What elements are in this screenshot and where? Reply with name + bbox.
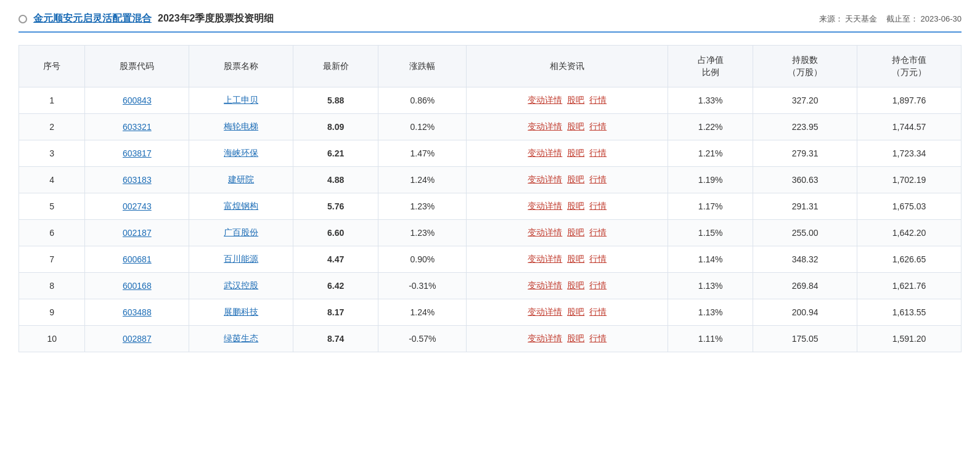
guba-link[interactable]: 股吧 xyxy=(567,174,584,185)
stock-name-link[interactable]: 富煌钢构 xyxy=(224,201,258,211)
cell-code[interactable]: 002187 xyxy=(85,220,189,246)
guba-link[interactable]: 股吧 xyxy=(567,148,584,159)
market-link[interactable]: 行情 xyxy=(589,333,606,344)
cell-related[interactable]: 变动详情股吧行情 xyxy=(467,273,668,299)
stock-code-link[interactable]: 002743 xyxy=(123,201,152,211)
change-detail-link[interactable]: 变动详情 xyxy=(528,280,562,291)
cell-related[interactable]: 变动详情股吧行情 xyxy=(467,167,668,193)
market-link[interactable]: 行情 xyxy=(589,280,606,291)
cell-index: 8 xyxy=(19,273,85,299)
cell-code[interactable]: 603488 xyxy=(85,299,189,326)
change-detail-link[interactable]: 变动详情 xyxy=(528,333,562,344)
change-detail-link[interactable]: 变动详情 xyxy=(528,95,562,106)
guba-link[interactable]: 股吧 xyxy=(567,280,584,291)
stock-code-link[interactable]: 600843 xyxy=(123,95,152,105)
cell-index: 7 xyxy=(19,246,85,273)
holdings-table: 序号 股票代码 股票名称 最新价 涨跌幅 相关资讯 占净值比例 持股数（万股） … xyxy=(18,45,962,352)
change-detail-link[interactable]: 变动详情 xyxy=(528,254,562,265)
stock-name-link[interactable]: 百川能源 xyxy=(224,254,258,264)
cell-name[interactable]: 建研院 xyxy=(189,167,293,193)
cell-code[interactable]: 002887 xyxy=(85,326,189,352)
cell-name[interactable]: 广百股份 xyxy=(189,220,293,246)
guba-link[interactable]: 股吧 xyxy=(567,95,584,106)
stock-code-link[interactable]: 002887 xyxy=(123,334,152,344)
market-link[interactable]: 行情 xyxy=(589,174,606,185)
stock-name-link[interactable]: 建研院 xyxy=(228,174,254,184)
cell-code[interactable]: 600681 xyxy=(85,246,189,273)
cell-name[interactable]: 上工申贝 xyxy=(189,87,293,114)
guba-link[interactable]: 股吧 xyxy=(567,201,584,212)
cell-code[interactable]: 600168 xyxy=(85,273,189,299)
cell-netpct: 1.17% xyxy=(668,193,753,220)
cell-name[interactable]: 武汉控股 xyxy=(189,273,293,299)
cell-price: 4.47 xyxy=(293,246,378,273)
cell-related[interactable]: 变动详情股吧行情 xyxy=(467,299,668,326)
change-detail-link[interactable]: 变动详情 xyxy=(528,201,562,212)
market-link[interactable]: 行情 xyxy=(589,148,606,159)
cell-value: 1,642.20 xyxy=(857,220,962,246)
cell-index: 2 xyxy=(19,114,85,140)
cell-name[interactable]: 百川能源 xyxy=(189,246,293,273)
stock-code-link[interactable]: 603321 xyxy=(123,122,152,132)
stock-code-link[interactable]: 603488 xyxy=(123,307,152,317)
cell-code[interactable]: 603817 xyxy=(85,140,189,167)
cell-related[interactable]: 变动详情股吧行情 xyxy=(467,140,668,167)
change-detail-link[interactable]: 变动详情 xyxy=(528,174,562,185)
market-link[interactable]: 行情 xyxy=(589,95,606,106)
table-row: 8600168武汉控股6.42-0.31%变动详情股吧行情1.13%269.84… xyxy=(19,273,962,299)
cell-price: 6.21 xyxy=(293,140,378,167)
fund-title-link[interactable]: 金元顺安元启灵活配置混合 xyxy=(33,12,152,25)
table-row: 4603183建研院4.881.24%变动详情股吧行情1.19%360.631,… xyxy=(19,167,962,193)
stock-code-link[interactable]: 002187 xyxy=(123,228,152,238)
guba-link[interactable]: 股吧 xyxy=(567,254,584,265)
cell-code[interactable]: 603183 xyxy=(85,167,189,193)
cell-name[interactable]: 展鹏科技 xyxy=(189,299,293,326)
change-detail-link[interactable]: 变动详情 xyxy=(528,307,562,318)
table-row: 7600681百川能源4.470.90%变动详情股吧行情1.14%348.321… xyxy=(19,246,962,273)
guba-link[interactable]: 股吧 xyxy=(567,333,584,344)
market-link[interactable]: 行情 xyxy=(589,307,606,318)
stock-name-link[interactable]: 上工申贝 xyxy=(224,95,258,105)
stock-name-link[interactable]: 展鹏科技 xyxy=(224,307,258,317)
cell-related[interactable]: 变动详情股吧行情 xyxy=(467,114,668,140)
cell-code[interactable]: 600843 xyxy=(85,87,189,114)
change-detail-link[interactable]: 变动详情 xyxy=(528,121,562,132)
market-link[interactable]: 行情 xyxy=(589,254,606,265)
guba-link[interactable]: 股吧 xyxy=(567,307,584,318)
cell-name[interactable]: 梅轮电梯 xyxy=(189,114,293,140)
cell-related[interactable]: 变动详情股吧行情 xyxy=(467,326,668,352)
stock-name-link[interactable]: 绿茵生态 xyxy=(224,333,258,343)
stock-code-link[interactable]: 603817 xyxy=(123,148,152,158)
change-detail-link[interactable]: 变动详情 xyxy=(528,148,562,159)
stock-name-link[interactable]: 梅轮电梯 xyxy=(224,121,258,131)
cell-related[interactable]: 变动详情股吧行情 xyxy=(467,246,668,273)
guba-link[interactable]: 股吧 xyxy=(567,121,584,132)
cell-name[interactable]: 绿茵生态 xyxy=(189,326,293,352)
stock-code-link[interactable]: 600168 xyxy=(123,281,152,291)
stock-code-link[interactable]: 603183 xyxy=(123,175,152,185)
stock-code-link[interactable]: 600681 xyxy=(123,254,152,264)
cell-related[interactable]: 变动详情股吧行情 xyxy=(467,220,668,246)
cell-index: 9 xyxy=(19,299,85,326)
market-link[interactable]: 行情 xyxy=(589,227,606,238)
cell-name[interactable]: 富煌钢构 xyxy=(189,193,293,220)
cell-netpct: 1.13% xyxy=(668,299,753,326)
cell-value: 1,744.57 xyxy=(857,114,962,140)
guba-link[interactable]: 股吧 xyxy=(567,227,584,238)
col-value: 持仓市值（万元） xyxy=(857,46,962,87)
source-label: 来源： xyxy=(819,14,843,23)
market-link[interactable]: 行情 xyxy=(589,121,606,132)
cell-index: 5 xyxy=(19,193,85,220)
stock-name-link[interactable]: 海峡环保 xyxy=(224,148,258,158)
stock-name-link[interactable]: 武汉控股 xyxy=(224,280,258,290)
cell-code[interactable]: 603321 xyxy=(85,114,189,140)
cell-related[interactable]: 变动详情股吧行情 xyxy=(467,193,668,220)
change-detail-link[interactable]: 变动详情 xyxy=(528,227,562,238)
cell-code[interactable]: 002743 xyxy=(85,193,189,220)
cell-related[interactable]: 变动详情股吧行情 xyxy=(467,87,668,114)
table-row: 6002187广百股份6.601.23%变动详情股吧行情1.15%255.001… xyxy=(19,220,962,246)
market-link[interactable]: 行情 xyxy=(589,201,606,212)
cell-value: 1,702.19 xyxy=(857,167,962,193)
cell-name[interactable]: 海峡环保 xyxy=(189,140,293,167)
stock-name-link[interactable]: 广百股份 xyxy=(224,227,258,237)
